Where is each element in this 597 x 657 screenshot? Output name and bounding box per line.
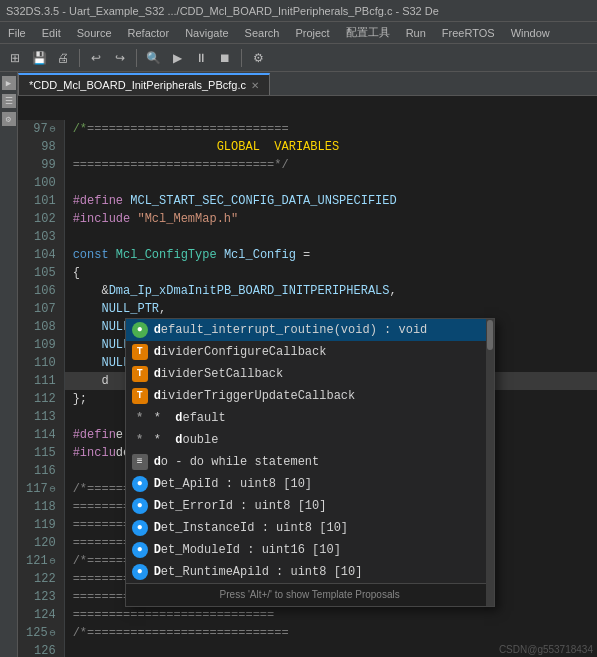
line-121: 121 (26, 552, 56, 570)
ac-text-9: Det_InstanceId : uint8 [10] (154, 519, 488, 537)
line-111: 111 (26, 372, 56, 390)
line-107: 107 (26, 300, 56, 318)
line-99: 99 (26, 156, 56, 174)
toolbar-btn-8[interactable]: ⏸ (190, 47, 212, 69)
toolbar-btn-9[interactable]: ⏹ (214, 47, 236, 69)
code-line-100 (65, 174, 597, 192)
line-103: 103 (26, 228, 56, 246)
tab-close-btn[interactable]: ✕ (251, 80, 259, 91)
code-line-101: #define MCL_START_SEC_CONFIG_DATA_UNSPEC… (65, 192, 597, 210)
menu-item-freertos[interactable]: FreeRTOS (434, 25, 503, 41)
line-108: 108 (26, 318, 56, 336)
toolbar-sep-3 (241, 49, 242, 67)
toolbar-btn-5[interactable]: ↪ (109, 47, 131, 69)
toolbar-btn-3[interactable]: 🖨 (52, 47, 74, 69)
toolbar-btn-1[interactable]: ⊞ (4, 47, 26, 69)
ac-icon-11: ● (132, 564, 148, 580)
ac-item-2[interactable]: T dividerSetCallback (126, 363, 494, 385)
line-105: 105 (26, 264, 56, 282)
line-120: 120 (26, 534, 56, 552)
autocomplete-scrollbar[interactable] (486, 319, 494, 606)
ac-item-5[interactable]: * * double (126, 429, 494, 451)
ac-text-0: default_interrupt_routine(void) : void (154, 321, 488, 339)
line-126: 126 (26, 642, 56, 657)
toolbar-btn-4[interactable]: ↩ (85, 47, 107, 69)
side-icon-2[interactable]: ☰ (2, 94, 16, 108)
menu-item-search[interactable]: Search (237, 25, 288, 41)
ac-icon-6: ≡ (132, 454, 148, 470)
menu-item-配置工具[interactable]: 配置工具 (338, 23, 398, 42)
tab-bar: *CDD_Mcl_BOARD_InitPeripherals_PBcfg.c ✕ (0, 72, 597, 96)
menu-item-project[interactable]: Project (287, 25, 337, 41)
menu-item-file[interactable]: File (0, 25, 34, 41)
code-line-102: #include "Mcl_MemMap.h" (65, 210, 597, 228)
menu-bar: FileEditSourceRefactorNavigateSearchProj… (0, 22, 597, 44)
line-113: 113 (26, 408, 56, 426)
ac-item-1[interactable]: T dividerConfigureCallback (126, 341, 494, 363)
ac-icon-2: T (132, 366, 148, 382)
code-line-107: NULL_PTR, (65, 300, 597, 318)
autocomplete-scrollbar-thumb (487, 320, 493, 350)
menu-item-navigate[interactable]: Navigate (177, 25, 236, 41)
side-icon-3[interactable]: ⚙ (2, 112, 16, 126)
code-line-97: /*============================ (65, 120, 597, 138)
code-line-104: const Mcl_ConfigType Mcl_Config = (65, 246, 597, 264)
line-97: 97 (26, 120, 56, 138)
toolbar-btn-10[interactable]: ⚙ (247, 47, 269, 69)
code-line-99: ============================*/ (65, 156, 597, 174)
ac-text-5: * double (154, 431, 488, 449)
ac-item-4[interactable]: * * default (126, 407, 494, 429)
line-100: 100 (26, 174, 56, 192)
active-tab[interactable]: *CDD_Mcl_BOARD_InitPeripherals_PBcfg.c ✕ (18, 73, 270, 95)
ac-item-9[interactable]: ● Det_InstanceId : uint8 [10] (126, 517, 494, 539)
side-icon-1[interactable]: ▶ (2, 76, 16, 90)
title-bar: S32DS.3.5 - Uart_Example_S32 .../CDD_Mcl… (0, 0, 597, 22)
line-112: 112 (26, 390, 56, 408)
menu-item-refactor[interactable]: Refactor (120, 25, 178, 41)
toolbar-btn-6[interactable]: 🔍 (142, 47, 164, 69)
line-numbers: 97 98 99 100 101 102 103 104 105 106 107… (18, 120, 65, 657)
code-line-125: /*============================ (65, 624, 597, 642)
toolbar: ⊞ 💾 🖨 ↩ ↪ 🔍 ▶ ⏸ ⏹ ⚙ (0, 44, 597, 72)
ac-item-0[interactable]: ● default_interrupt_routine(void) : void (126, 319, 494, 341)
line-102: 102 (26, 210, 56, 228)
ac-icon-7: ● (132, 476, 148, 492)
line-115: 115 (26, 444, 56, 462)
line-116: 116 (26, 462, 56, 480)
toolbar-sep-2 (136, 49, 137, 67)
ac-item-7[interactable]: ● Det_ApiId : uint8 [10] (126, 473, 494, 495)
ac-item-6[interactable]: ≡ do - do while statement (126, 451, 494, 473)
line-106: 106 (26, 282, 56, 300)
ac-text-11: Det_RuntimeApild : uint8 [10] (154, 563, 488, 581)
code-area[interactable]: /*============================ GLOBAL VA… (65, 120, 597, 657)
line-125: 125 (26, 624, 56, 642)
menu-item-edit[interactable]: Edit (34, 25, 69, 41)
autocomplete-dropdown[interactable]: ● default_interrupt_routine(void) : void… (125, 318, 495, 607)
toolbar-btn-2[interactable]: 💾 (28, 47, 50, 69)
code-line-106: &Dma_Ip_xDmaInitPB_BOARD_INITPERIPHERALS… (65, 282, 597, 300)
toolbar-sep-1 (79, 49, 80, 67)
code-content-102a: #include (73, 212, 138, 226)
ac-icon-10: ● (132, 542, 148, 558)
tab-label: *CDD_Mcl_BOARD_InitPeripherals_PBcfg.c (29, 79, 246, 91)
line-117: 117 (26, 480, 56, 498)
ac-item-3[interactable]: T dividerTriggerUpdateCallback (126, 385, 494, 407)
menu-item-source[interactable]: Source (69, 25, 120, 41)
code-content-101: #define (73, 194, 131, 208)
menu-item-window[interactable]: Window (503, 25, 558, 41)
ac-icon-5: * (132, 432, 148, 448)
ac-text-10: Det_ModuleId : uint16 [10] (154, 541, 488, 559)
toolbar-btn-7[interactable]: ▶ (166, 47, 188, 69)
line-122: 122 (26, 570, 56, 588)
menu-item-run[interactable]: Run (398, 25, 434, 41)
line-109: 109 (26, 336, 56, 354)
line-114: 114 (26, 426, 56, 444)
ac-icon-1: T (132, 344, 148, 360)
ac-icon-0: ● (132, 322, 148, 338)
ac-item-8[interactable]: ● Det_ErrorId : uint8 [10] (126, 495, 494, 517)
ac-text-8: Det_ErrorId : uint8 [10] (154, 497, 488, 515)
ac-item-10[interactable]: ● Det_ModuleId : uint16 [10] (126, 539, 494, 561)
ac-item-11[interactable]: ● Det_RuntimeApild : uint8 [10] (126, 561, 494, 583)
autocomplete-footer: Press 'Alt+/' to show Template Proposals (126, 583, 494, 606)
side-panel: ▶ ☰ ⚙ (0, 72, 18, 657)
